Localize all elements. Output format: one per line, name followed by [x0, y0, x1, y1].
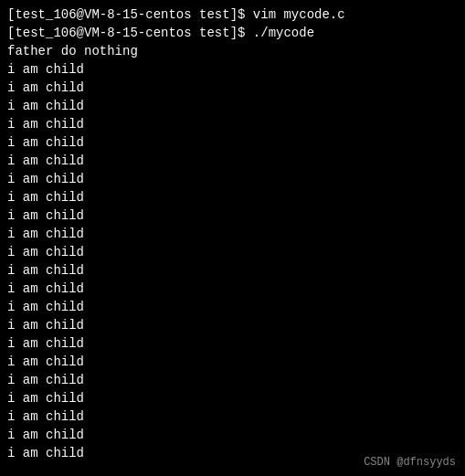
terminal-line: i am child: [7, 316, 458, 334]
terminal-line: i am child: [7, 60, 458, 79]
terminal-line: i am child: [7, 79, 458, 97]
terminal-line: i am child: [7, 407, 458, 426]
terminal-line: i am child: [7, 261, 458, 280]
terminal-line: i am child: [7, 243, 458, 261]
terminal-line: father do nothing: [7, 42, 458, 60]
terminal-line: i am child: [7, 206, 458, 225]
terminal-line: i am child: [7, 97, 458, 115]
terminal-line: i am child: [7, 371, 458, 389]
terminal-line: [test_106@VM-8-15-centos test]$ ./mycode: [7, 24, 458, 42]
terminal-line: i am child: [7, 280, 458, 298]
terminal-line: i am child: [7, 115, 458, 133]
terminal-line: i am child: [7, 152, 458, 170]
terminal-line: i am child: [7, 225, 458, 243]
terminal-line: i am child: [7, 334, 458, 353]
terminal-line: [test_106@VM-8-15-centos test]$ vim myco…: [7, 5, 458, 24]
terminal-line: i am child: [7, 188, 458, 206]
terminal-line: i am child: [7, 133, 458, 152]
terminal-line: i am child: [7, 389, 458, 407]
watermark: CSDN @dfnsyyds: [364, 456, 456, 469]
terminal-line: i am child: [7, 426, 458, 444]
terminal-line: i am child: [7, 170, 458, 188]
terminal-line: i am child: [7, 353, 458, 371]
terminal-output: [test_106@VM-8-15-centos test]$ vim myco…: [7, 5, 458, 462]
terminal-line: i am child: [7, 298, 458, 316]
terminal-window: [test_106@VM-8-15-centos test]$ vim myco…: [0, 0, 465, 476]
